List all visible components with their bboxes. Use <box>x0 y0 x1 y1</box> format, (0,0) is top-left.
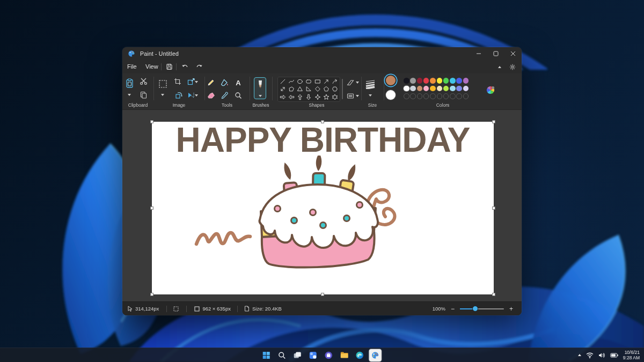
crop-button[interactable] <box>172 77 183 86</box>
color-swatch-#ccd2da[interactable] <box>410 86 416 92</box>
shape-five-point-star[interactable] <box>322 93 331 101</box>
cut-button[interactable] <box>138 76 149 86</box>
undo-button[interactable] <box>180 62 189 71</box>
empty-color-slot[interactable] <box>456 93 462 99</box>
shape-rounded-rectangle[interactable] <box>304 78 313 85</box>
empty-color-slot[interactable] <box>410 93 416 99</box>
shape-triangle[interactable] <box>296 85 304 93</box>
color-swatch-#ef8f3a[interactable] <box>430 78 436 84</box>
shape-right-triangle[interactable] <box>304 85 313 93</box>
shape-curve[interactable] <box>287 78 296 85</box>
color-swatch-#7d88ea[interactable] <box>456 86 462 92</box>
empty-color-slot[interactable] <box>430 93 436 99</box>
selection-handle-top-center[interactable] <box>321 120 324 123</box>
shape-six-point-star[interactable] <box>331 93 339 101</box>
menu-file[interactable]: File <box>125 62 140 72</box>
color-swatch-#f7b927[interactable] <box>430 86 436 92</box>
pencil-tool[interactable] <box>206 77 216 88</box>
shape-oval[interactable] <box>296 78 304 85</box>
rotate-button[interactable] <box>173 90 184 100</box>
color-swatch-#8e1f33[interactable] <box>417 78 423 84</box>
save-button[interactable] <box>165 62 174 71</box>
redo-button[interactable] <box>194 62 203 71</box>
shape-diamond[interactable] <box>313 85 322 93</box>
shape-arrow[interactable] <box>322 78 331 85</box>
selection-handle-middle-right[interactable] <box>492 206 495 210</box>
color-swatch-#4a5fe8[interactable] <box>456 78 462 84</box>
color-swatch-#e33b48[interactable] <box>423 78 429 84</box>
widgets-button[interactable] <box>307 349 319 361</box>
menu-view[interactable]: View <box>143 62 161 72</box>
color-swatch-#f7afc8[interactable] <box>423 86 429 92</box>
empty-color-slot[interactable] <box>404 93 409 99</box>
zoom-in-button[interactable]: + <box>509 306 513 312</box>
shape-left-arrow[interactable] <box>287 93 296 101</box>
select-button[interactable] <box>157 78 169 90</box>
maximize-button[interactable] <box>487 47 504 60</box>
battery-button[interactable] <box>610 353 618 358</box>
paste-dropdown[interactable] <box>127 93 131 97</box>
shape-up-arrow[interactable] <box>296 93 304 101</box>
color-swatch-#c9906c[interactable] <box>417 86 423 92</box>
microsoft-store-button[interactable] <box>323 349 335 361</box>
flip-dropdown[interactable] <box>194 93 199 98</box>
shape-rectangle[interactable] <box>313 78 322 85</box>
shape-pentagon[interactable] <box>322 85 331 93</box>
paint-canvas[interactable]: HAPPY BIRTHDAY <box>152 122 494 294</box>
paint-taskbar-button[interactable] <box>369 349 382 361</box>
color-picker-tool[interactable] <box>219 90 230 101</box>
color-swatch-#b06fc0[interactable] <box>463 78 469 84</box>
shape-right-arrow[interactable] <box>279 93 287 101</box>
empty-color-slot[interactable] <box>463 93 469 99</box>
empty-color-slot[interactable] <box>443 93 449 99</box>
shape-outline-button[interactable] <box>346 78 355 87</box>
shape-fill-button[interactable] <box>346 92 355 100</box>
selection-handle-bottom-left[interactable] <box>150 293 153 296</box>
size-dropdown[interactable] <box>368 93 372 98</box>
empty-color-slot[interactable] <box>423 93 429 99</box>
search-button[interactable] <box>276 349 288 361</box>
settings-button[interactable] <box>508 62 517 71</box>
magnifier-tool[interactable] <box>233 90 244 101</box>
color-swatch-#4ed154[interactable] <box>443 78 449 84</box>
color2-swatch[interactable] <box>386 90 396 100</box>
color-swatch-#d9d2f2[interactable] <box>463 86 469 92</box>
edit-colors-button[interactable] <box>486 85 495 94</box>
color-swatch-#a2dcf2[interactable] <box>450 86 456 92</box>
text-tool[interactable]: A <box>233 77 244 88</box>
edge-button[interactable] <box>354 349 366 361</box>
empty-color-slot[interactable] <box>437 93 443 99</box>
selection-handle-bottom-center[interactable] <box>321 293 324 296</box>
brushes-button[interactable] <box>254 77 266 99</box>
shape-four-point-star[interactable] <box>313 93 322 101</box>
empty-color-slot[interactable] <box>417 93 423 99</box>
hidden-icons-button[interactable] <box>578 354 581 356</box>
color-swatch-#15151d[interactable] <box>404 78 409 84</box>
start-button[interactable] <box>260 349 273 361</box>
selection-handle-middle-left[interactable] <box>150 206 153 210</box>
select-dropdown[interactable] <box>160 93 165 97</box>
zoom-slider-thumb[interactable] <box>472 306 478 312</box>
zoom-slider[interactable] <box>460 308 504 309</box>
shape-curved-arrow[interactable] <box>331 78 339 85</box>
selection-handle-top-left[interactable] <box>150 120 153 123</box>
task-view-button[interactable] <box>291 349 304 361</box>
color1-swatch[interactable] <box>386 76 396 85</box>
collapse-ribbon-button[interactable] <box>495 62 504 71</box>
color-swatch-#b6e84a[interactable] <box>443 86 449 92</box>
shape-fill-dropdown[interactable] <box>355 94 360 98</box>
close-button[interactable] <box>504 47 522 60</box>
zoom-out-button[interactable]: − <box>451 306 455 312</box>
shapes-scrollbar[interactable] <box>342 79 343 99</box>
resize-dropdown[interactable] <box>194 80 199 84</box>
color-swatch-#ffffff[interactable] <box>404 86 409 92</box>
wifi-button[interactable] <box>586 352 594 358</box>
paste-button[interactable] <box>124 77 135 90</box>
minimize-button[interactable] <box>470 47 487 60</box>
file-explorer-button[interactable] <box>338 349 350 361</box>
color-swatch-#efe0bb[interactable] <box>437 86 443 92</box>
selection-handle-top-right[interactable] <box>492 120 495 123</box>
copy-button[interactable] <box>138 90 149 100</box>
shape-down-arrow[interactable] <box>304 93 313 101</box>
shape-hexagon[interactable] <box>331 85 339 93</box>
